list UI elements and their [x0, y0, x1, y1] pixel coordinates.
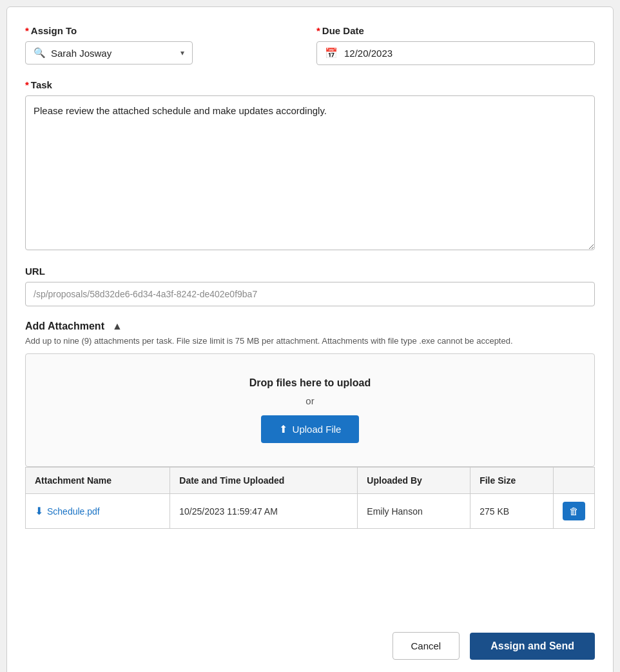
- due-date-required: *: [316, 25, 320, 36]
- due-date-label: * Due Date: [316, 25, 595, 36]
- attachment-action-cell: 🗑: [554, 494, 595, 529]
- task-section: * Task Please review the attached schedu…: [25, 79, 595, 253]
- table-header: Attachment Name Date and Time Uploaded U…: [26, 468, 595, 494]
- attachment-label: Add Attachment: [25, 321, 104, 332]
- search-icon: 🔍: [34, 47, 46, 59]
- attachment-table-body: ⬇ Schedule.pdf 10/25/2023 11:59:47 AM Em…: [26, 494, 595, 529]
- attachments-table: Attachment Name Date and Time Uploaded U…: [25, 467, 595, 529]
- task-textarea[interactable]: Please review the attached schedule and …: [25, 95, 595, 250]
- col-attachment-name: Attachment Name: [26, 468, 170, 494]
- attachment-header: Add Attachment ▲: [25, 321, 595, 332]
- attachment-collapse-icon[interactable]: ▲: [112, 321, 122, 332]
- download-icon: ⬇: [35, 505, 43, 517]
- due-date-value: 12/20/2023: [344, 48, 392, 59]
- upload-btn-label: Upload File: [293, 424, 342, 435]
- attachment-uploader-cell: Emily Hanson: [358, 494, 470, 529]
- drop-text: Drop files here to upload: [249, 377, 371, 389]
- attachment-link[interactable]: ⬇ Schedule.pdf: [35, 505, 160, 517]
- due-date-input[interactable]: 📅 12/20/2023: [316, 41, 595, 65]
- task-required: *: [25, 79, 29, 90]
- upload-icon: ⬆: [279, 423, 287, 435]
- attachment-hint: Add up to nine (9) attachments per task.…: [25, 336, 595, 346]
- col-file-size: File Size: [470, 468, 554, 494]
- assign-task-modal: * Assign To 🔍 Sarah Josway ▾ * Due Date …: [6, 6, 614, 672]
- assign-to-value: Sarah Josway: [51, 48, 180, 59]
- col-uploaded-by: Uploaded By: [358, 468, 470, 494]
- attachment-file-name: Schedule.pdf: [47, 506, 100, 517]
- assign-to-dropdown[interactable]: 🔍 Sarah Josway ▾: [25, 41, 193, 64]
- assign-to-label: * Assign To: [25, 25, 304, 36]
- assign-to-section: * Assign To 🔍 Sarah Josway ▾: [25, 25, 304, 64]
- drop-zone[interactable]: Drop files here to upload or ⬆ Upload Fi…: [25, 353, 595, 467]
- table-row: ⬇ Schedule.pdf 10/25/2023 11:59:47 AM Em…: [26, 494, 595, 529]
- or-text: or: [305, 395, 314, 406]
- assign-to-required: *: [25, 25, 29, 36]
- attachment-name-cell: ⬇ Schedule.pdf: [26, 494, 170, 529]
- trash-icon: 🗑: [569, 506, 579, 517]
- url-section: URL: [25, 266, 595, 306]
- attachment-date-cell: 10/25/2023 11:59:47 AM: [170, 494, 358, 529]
- url-input[interactable]: [25, 282, 595, 306]
- attachment-section: Add Attachment ▲ Add up to nine (9) atta…: [25, 321, 595, 529]
- delete-attachment-button[interactable]: 🗑: [563, 502, 585, 520]
- assign-send-button[interactable]: Assign and Send: [470, 633, 595, 660]
- chevron-down-icon: ▾: [180, 48, 184, 57]
- top-row: * Assign To 🔍 Sarah Josway ▾ * Due Date …: [25, 25, 595, 65]
- action-row: Cancel Assign and Send: [25, 614, 595, 660]
- col-actions: [554, 468, 595, 494]
- url-label: URL: [25, 266, 595, 277]
- col-date-uploaded: Date and Time Uploaded: [170, 468, 358, 494]
- cancel-button[interactable]: Cancel: [392, 632, 460, 660]
- upload-file-button[interactable]: ⬆ Upload File: [261, 415, 360, 443]
- due-date-section: * Due Date 📅 12/20/2023: [316, 25, 595, 65]
- task-label: * Task: [25, 79, 595, 90]
- attachment-filesize-cell: 275 KB: [470, 494, 554, 529]
- calendar-icon: 📅: [325, 47, 338, 59]
